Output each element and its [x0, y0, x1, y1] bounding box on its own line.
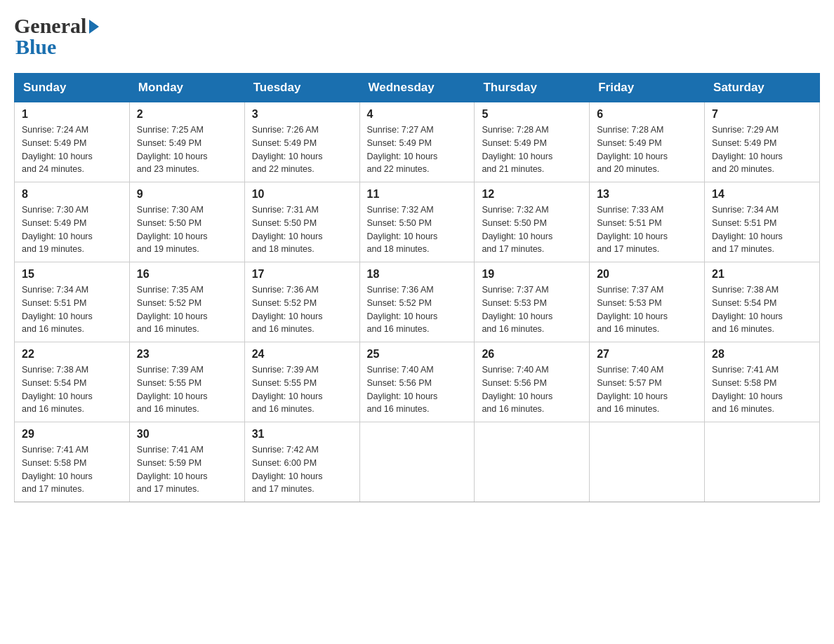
day-header-saturday: Saturday — [705, 74, 820, 102]
day-info: Sunrise: 7:36 AMSunset: 5:52 PMDaylight:… — [252, 283, 352, 336]
logo-general-text: General — [14, 14, 86, 38]
day-number: 17 — [252, 268, 352, 281]
empty-cell — [359, 422, 475, 502]
day-number: 26 — [482, 348, 582, 361]
week-row-4: 22Sunrise: 7:38 AMSunset: 5:54 PMDayligh… — [15, 342, 820, 422]
day-number: 22 — [22, 348, 122, 361]
day-info: Sunrise: 7:37 AMSunset: 5:53 PMDaylight:… — [597, 283, 697, 336]
week-row-3: 15Sunrise: 7:34 AMSunset: 5:51 PMDayligh… — [15, 262, 820, 342]
day-number: 11 — [367, 188, 468, 201]
day-number: 28 — [712, 348, 812, 361]
day-cell-12: 12Sunrise: 7:32 AMSunset: 5:50 PMDayligh… — [475, 182, 590, 262]
day-info: Sunrise: 7:33 AMSunset: 5:51 PMDaylight:… — [597, 203, 697, 256]
day-info: Sunrise: 7:30 AMSunset: 5:49 PMDaylight:… — [22, 203, 122, 256]
day-number: 14 — [712, 188, 812, 201]
day-number: 4 — [367, 108, 468, 121]
day-info: Sunrise: 7:40 AMSunset: 5:57 PMDaylight:… — [597, 363, 697, 416]
day-number: 23 — [137, 348, 237, 361]
day-info: Sunrise: 7:28 AMSunset: 5:49 PMDaylight:… — [597, 123, 697, 176]
day-number: 25 — [367, 348, 468, 361]
day-info: Sunrise: 7:35 AMSunset: 5:52 PMDaylight:… — [137, 283, 237, 336]
day-cell-14: 14Sunrise: 7:34 AMSunset: 5:51 PMDayligh… — [705, 182, 820, 262]
day-info: Sunrise: 7:39 AMSunset: 5:55 PMDaylight:… — [137, 363, 237, 416]
day-cell-20: 20Sunrise: 7:37 AMSunset: 5:53 PMDayligh… — [590, 262, 705, 342]
day-info: Sunrise: 7:34 AMSunset: 5:51 PMDaylight:… — [22, 283, 122, 336]
day-number: 6 — [597, 108, 697, 121]
day-info: Sunrise: 7:41 AMSunset: 5:58 PMDaylight:… — [22, 443, 122, 496]
day-cell-26: 26Sunrise: 7:40 AMSunset: 5:56 PMDayligh… — [475, 342, 590, 422]
day-cell-7: 7Sunrise: 7:29 AMSunset: 5:49 PMDaylight… — [705, 102, 820, 182]
day-number: 30 — [137, 428, 237, 441]
day-info: Sunrise: 7:27 AMSunset: 5:49 PMDaylight:… — [367, 123, 468, 176]
day-info: Sunrise: 7:31 AMSunset: 5:50 PMDaylight:… — [252, 203, 352, 256]
day-number: 16 — [137, 268, 237, 281]
day-info: Sunrise: 7:32 AMSunset: 5:50 PMDaylight:… — [367, 203, 468, 256]
day-number: 15 — [22, 268, 122, 281]
day-number: 24 — [252, 348, 352, 361]
day-number: 10 — [252, 188, 352, 201]
day-cell-2: 2Sunrise: 7:25 AMSunset: 5:49 PMDaylight… — [129, 102, 244, 182]
calendar-header-row: SundayMondayTuesdayWednesdayThursdayFrid… — [15, 74, 820, 102]
day-info: Sunrise: 7:25 AMSunset: 5:49 PMDaylight:… — [137, 123, 237, 176]
day-cell-31: 31Sunrise: 7:42 AMSunset: 6:00 PMDayligh… — [244, 422, 359, 502]
day-cell-5: 5Sunrise: 7:28 AMSunset: 5:49 PMDaylight… — [475, 102, 590, 182]
day-number: 9 — [137, 188, 237, 201]
day-info: Sunrise: 7:40 AMSunset: 5:56 PMDaylight:… — [367, 363, 468, 416]
day-info: Sunrise: 7:26 AMSunset: 5:49 PMDaylight:… — [252, 123, 352, 176]
day-cell-19: 19Sunrise: 7:37 AMSunset: 5:53 PMDayligh… — [475, 262, 590, 342]
week-row-2: 8Sunrise: 7:30 AMSunset: 5:49 PMDaylight… — [15, 182, 820, 262]
day-info: Sunrise: 7:24 AMSunset: 5:49 PMDaylight:… — [22, 123, 122, 176]
day-cell-23: 23Sunrise: 7:39 AMSunset: 5:55 PMDayligh… — [129, 342, 244, 422]
day-cell-10: 10Sunrise: 7:31 AMSunset: 5:50 PMDayligh… — [244, 182, 359, 262]
day-header-sunday: Sunday — [15, 74, 130, 102]
day-info: Sunrise: 7:36 AMSunset: 5:52 PMDaylight:… — [367, 283, 468, 336]
day-number: 13 — [597, 188, 697, 201]
day-info: Sunrise: 7:41 AMSunset: 5:59 PMDaylight:… — [137, 443, 237, 496]
day-cell-18: 18Sunrise: 7:36 AMSunset: 5:52 PMDayligh… — [359, 262, 475, 342]
day-number: 12 — [482, 188, 582, 201]
day-info: Sunrise: 7:41 AMSunset: 5:58 PMDaylight:… — [712, 363, 812, 416]
day-number: 20 — [597, 268, 697, 281]
day-cell-29: 29Sunrise: 7:41 AMSunset: 5:58 PMDayligh… — [15, 422, 130, 502]
day-number: 18 — [367, 268, 468, 281]
day-cell-21: 21Sunrise: 7:38 AMSunset: 5:54 PMDayligh… — [705, 262, 820, 342]
day-header-friday: Friday — [590, 74, 705, 102]
day-header-monday: Monday — [129, 74, 244, 102]
day-cell-25: 25Sunrise: 7:40 AMSunset: 5:56 PMDayligh… — [359, 342, 475, 422]
day-cell-17: 17Sunrise: 7:36 AMSunset: 5:52 PMDayligh… — [244, 262, 359, 342]
day-header-thursday: Thursday — [475, 74, 590, 102]
day-number: 3 — [252, 108, 352, 121]
calendar-table: SundayMondayTuesdayWednesdayThursdayFrid… — [14, 73, 820, 502]
day-info: Sunrise: 7:37 AMSunset: 5:53 PMDaylight:… — [482, 283, 582, 336]
logo-blue-text: Blue — [15, 35, 56, 59]
day-number: 21 — [712, 268, 812, 281]
empty-cell — [475, 422, 590, 502]
day-info: Sunrise: 7:34 AMSunset: 5:51 PMDaylight:… — [712, 203, 812, 256]
day-cell-22: 22Sunrise: 7:38 AMSunset: 5:54 PMDayligh… — [15, 342, 130, 422]
day-cell-4: 4Sunrise: 7:27 AMSunset: 5:49 PMDaylight… — [359, 102, 475, 182]
day-info: Sunrise: 7:30 AMSunset: 5:50 PMDaylight:… — [137, 203, 237, 256]
day-number: 5 — [482, 108, 582, 121]
day-number: 29 — [22, 428, 122, 441]
day-number: 1 — [22, 108, 122, 121]
week-row-1: 1Sunrise: 7:24 AMSunset: 5:49 PMDaylight… — [15, 102, 820, 182]
empty-cell — [590, 422, 705, 502]
day-info: Sunrise: 7:40 AMSunset: 5:56 PMDaylight:… — [482, 363, 582, 416]
day-number: 2 — [137, 108, 237, 121]
logo-arrow-icon — [89, 20, 99, 34]
day-header-wednesday: Wednesday — [359, 74, 475, 102]
day-cell-9: 9Sunrise: 7:30 AMSunset: 5:50 PMDaylight… — [129, 182, 244, 262]
day-cell-3: 3Sunrise: 7:26 AMSunset: 5:49 PMDaylight… — [244, 102, 359, 182]
day-cell-11: 11Sunrise: 7:32 AMSunset: 5:50 PMDayligh… — [359, 182, 475, 262]
day-cell-16: 16Sunrise: 7:35 AMSunset: 5:52 PMDayligh… — [129, 262, 244, 342]
day-info: Sunrise: 7:29 AMSunset: 5:49 PMDaylight:… — [712, 123, 812, 176]
day-cell-24: 24Sunrise: 7:39 AMSunset: 5:55 PMDayligh… — [244, 342, 359, 422]
day-cell-6: 6Sunrise: 7:28 AMSunset: 5:49 PMDaylight… — [590, 102, 705, 182]
empty-cell — [705, 422, 820, 502]
day-number: 19 — [482, 268, 582, 281]
day-info: Sunrise: 7:39 AMSunset: 5:55 PMDaylight:… — [252, 363, 352, 416]
day-info: Sunrise: 7:28 AMSunset: 5:49 PMDaylight:… — [482, 123, 582, 176]
day-info: Sunrise: 7:38 AMSunset: 5:54 PMDaylight:… — [22, 363, 122, 416]
day-info: Sunrise: 7:32 AMSunset: 5:50 PMDaylight:… — [482, 203, 582, 256]
day-number: 7 — [712, 108, 812, 121]
